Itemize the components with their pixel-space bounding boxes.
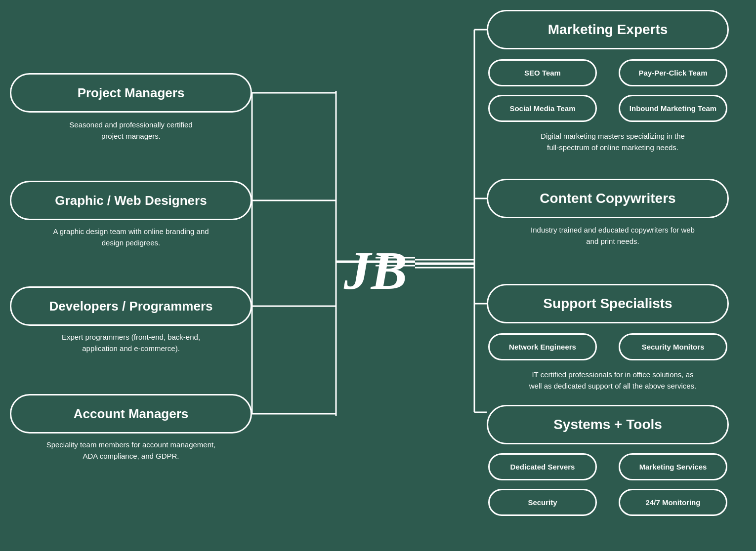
account-managers-desc: Speciality team members for account mana… bbox=[10, 439, 252, 462]
developers-desc: Expert programmers (front-end, back-end,… bbox=[10, 332, 252, 354]
graphic-designers-title: Graphic / Web Designers bbox=[55, 193, 207, 208]
inbound-marketing-label: Inbound Marketing Team bbox=[630, 104, 716, 113]
project-managers-desc: Seasoned and professionally certifiedpro… bbox=[10, 119, 252, 142]
inbound-marketing-card: Inbound Marketing Team bbox=[619, 95, 727, 122]
support-specialists-card: Support Specialists bbox=[487, 284, 729, 323]
marketing-experts-card: Marketing Experts bbox=[487, 10, 729, 49]
developers-card: Developers / Programmers bbox=[10, 286, 252, 326]
content-copywriters-title: Content Copywriters bbox=[540, 191, 675, 206]
marketing-experts-title: Marketing Experts bbox=[548, 22, 668, 38]
logo-text: JB bbox=[344, 239, 407, 302]
security-label: Security bbox=[528, 498, 557, 507]
account-managers-card: Account Managers bbox=[10, 394, 252, 433]
dedicated-servers-card: Dedicated Servers bbox=[488, 453, 597, 480]
security-monitors-card: Security Monitors bbox=[619, 333, 727, 360]
systems-tools-card: Systems + Tools bbox=[487, 405, 729, 444]
security-card: Security bbox=[488, 489, 597, 516]
content-copywriters-card: Content Copywriters bbox=[487, 179, 729, 218]
marketing-services-card: Marketing Services bbox=[619, 453, 727, 480]
monitoring-card: 24/7 Monitoring bbox=[619, 489, 727, 516]
social-media-card: Social Media Team bbox=[488, 95, 597, 122]
graphic-designers-card: Graphic / Web Designers bbox=[10, 181, 252, 220]
support-specialists-title: Support Specialists bbox=[543, 296, 672, 312]
marketing-services-label: Marketing Services bbox=[639, 463, 707, 471]
security-monitors-label: Security Monitors bbox=[642, 343, 705, 351]
network-engineers-card: Network Engineers bbox=[488, 333, 597, 360]
diagram-container: Project Managers Seasoned and profession… bbox=[0, 0, 756, 551]
seo-team-label: SEO Team bbox=[524, 69, 561, 77]
network-engineers-label: Network Engineers bbox=[509, 343, 576, 351]
graphic-designers-desc: A graphic design team with online brandi… bbox=[10, 226, 252, 248]
systems-tools-title: Systems + Tools bbox=[553, 417, 662, 433]
marketing-experts-desc: Digital marketing masters specializing i… bbox=[487, 131, 739, 153]
dedicated-servers-label: Dedicated Servers bbox=[510, 463, 575, 471]
support-specialists-desc: IT certified professionals for in office… bbox=[487, 369, 739, 392]
project-managers-card: Project Managers bbox=[10, 73, 252, 113]
account-managers-title: Account Managers bbox=[74, 406, 189, 422]
project-managers-title: Project Managers bbox=[78, 85, 185, 101]
content-copywriters-desc: Industry trained and educated copywriter… bbox=[487, 225, 739, 247]
monitoring-label: 24/7 Monitoring bbox=[646, 498, 701, 507]
seo-team-card: SEO Team bbox=[488, 59, 597, 86]
pay-per-click-label: Pay-Per-Click Team bbox=[639, 69, 708, 77]
pay-per-click-card: Pay-Per-Click Team bbox=[619, 59, 727, 86]
center-logo: JB bbox=[336, 231, 415, 310]
social-media-label: Social Media Team bbox=[509, 104, 575, 113]
developers-title: Developers / Programmers bbox=[49, 299, 213, 314]
